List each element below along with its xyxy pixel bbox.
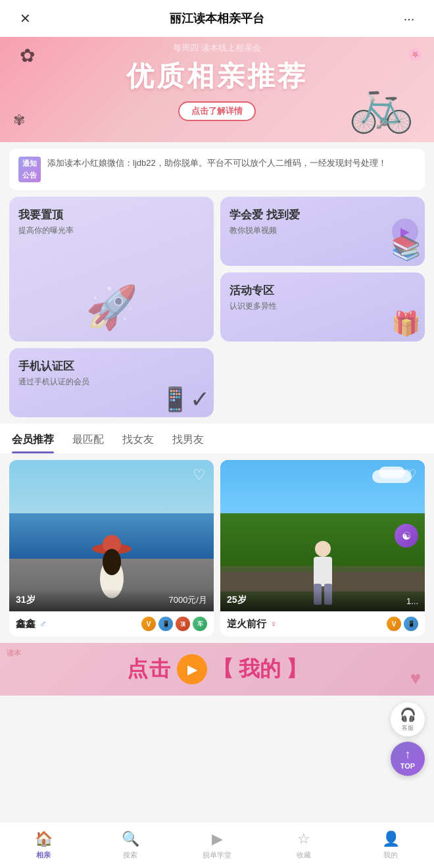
svg-rect-5: [314, 557, 332, 586]
badge-phone-2: 📱: [404, 617, 418, 631]
badge-car: 车: [193, 617, 207, 631]
feature-video-card[interactable]: 学会爱 找到爱 教你脱单视频 ▶ 📚: [220, 197, 425, 266]
member-name-nihuo: 逆火前行: [227, 618, 266, 630]
service-label: 客服: [402, 724, 414, 732]
banner-main: 优质相亲推荐 点击了解详情: [126, 58, 308, 121]
tab-member-recommend[interactable]: 会员推荐: [12, 433, 54, 453]
search-icon: 🔍: [122, 830, 139, 848]
nav-item-search[interactable]: 🔍 搜索: [87, 830, 174, 860]
feature-video-subtitle: 教你脱单视频: [229, 225, 416, 236]
gender-icon-nihuo: ♀: [270, 619, 277, 629]
promo-text: 点击: [127, 655, 172, 684]
feature-activity-card[interactable]: 活动专区 认识更多异性 🎁: [220, 272, 425, 342]
top-label: TOP: [400, 762, 415, 770]
sakura-icon: 🌸: [407, 46, 423, 62]
top-arrow-icon: ↑: [405, 748, 411, 761]
feature-pin-subtitle: 提高你的曝光率: [18, 225, 205, 236]
feature-activity-title: 活动专区: [229, 283, 416, 298]
bottom-promo-banner[interactable]: 读本 点击 ▶ 【 我的 】 ♥: [0, 643, 434, 696]
badge-vip: V: [141, 617, 156, 631]
age-xinxin: 31岁: [16, 594, 36, 606]
header: ✕ 丽江读本相亲平台 ···: [0, 0, 434, 37]
miniapp-icon[interactable]: ☯: [395, 524, 418, 548]
headset-icon: 🎧: [400, 707, 416, 723]
gender-icon-xinxin: ♂: [39, 619, 47, 629]
notice-tag: 通知公告: [18, 157, 41, 182]
nav-item-school[interactable]: ▶ 脱单学堂: [174, 830, 260, 860]
page-title: 丽江读本相亲平台: [37, 11, 397, 26]
tabs-row: 会员推荐 最匹配 找女友 找男友: [0, 424, 434, 453]
nav-label-favorites: 收藏: [297, 850, 311, 860]
salary-nihuo: 1...: [406, 596, 418, 606]
feature-grid: 我要置顶 提高你的曝光率 🚀 学会爱 找到爱 教你脱单视频 ▶ 📚 活动专区 认…: [9, 197, 425, 417]
feature-pin-card[interactable]: 我要置顶 提高你的曝光率 🚀: [9, 197, 214, 342]
banner-subtitle: 每周四 读本线上相亲会: [173, 42, 261, 54]
banner-title: 优质相亲推荐: [126, 58, 308, 95]
feature-verify-card[interactable]: 手机认证区 通过手机认证的会员 📱✓: [9, 348, 214, 417]
nav-item-home[interactable]: 🏠 相亲: [0, 830, 87, 860]
verify-illustration: 📱✓: [160, 386, 210, 413]
badge-top: 顶: [176, 617, 190, 631]
nav-label-school: 脱单学堂: [203, 850, 231, 860]
badge-phone: 📱: [158, 617, 173, 631]
tab-best-match[interactable]: 最匹配: [72, 433, 104, 453]
nav-label-search: 搜索: [123, 850, 137, 860]
nav-item-favorites[interactable]: ☆ 收藏: [260, 830, 347, 860]
like-button-nihuo[interactable]: ♡: [404, 467, 417, 484]
members-grid: ♡ 31岁 7000元/月 鑫鑫 ♂ V 📱 顶 车: [0, 453, 434, 643]
svg-point-4: [315, 541, 331, 557]
nav-label-home: 相亲: [36, 850, 51, 860]
more-icon[interactable]: ···: [397, 11, 421, 26]
age-nihuo: 25岁: [227, 594, 247, 606]
promo-play-icon[interactable]: ▶: [177, 654, 207, 684]
feature-activity-subtitle: 认识更多异性: [229, 301, 416, 312]
banner[interactable]: 每周四 读本线上相亲会 ✿ ✾ 优质相亲推荐 点击了解详情 🚲 🌸: [0, 37, 434, 142]
promo-bracket-open: 【: [212, 655, 233, 684]
activity-illustration: 🎁: [391, 310, 421, 338]
notice-bar: 通知公告 添加读本小红娘微信：ljdb22，助你脱单。平台不可以放个人二维码，一…: [9, 149, 425, 190]
float-service-button[interactable]: 🎧 客服: [391, 702, 425, 736]
bottom-nav: 🏠 相亲 🔍 搜索 ▶ 脱单学堂 ☆ 收藏 👤 我的: [0, 822, 434, 868]
star-icon: ☆: [297, 830, 310, 848]
member-info-nihuo: 逆火前行 ♀ V 📱: [220, 611, 425, 636]
salary-xinxin: 7000元/月: [168, 594, 207, 606]
photo-overlay-xinxin: 31岁 7000元/月: [9, 589, 214, 611]
user-icon: 👤: [382, 830, 400, 848]
flower-icon-2: ✾: [13, 112, 25, 129]
banner-illustration: 🚲: [349, 74, 414, 136]
member-name-xinxin: 鑫鑫: [16, 618, 36, 630]
tab-find-boyfriend[interactable]: 找男友: [172, 433, 204, 453]
banner-cta-button[interactable]: 点击了解详情: [178, 101, 256, 121]
tab-find-girlfriend[interactable]: 找女友: [122, 433, 154, 453]
float-top-button[interactable]: ↑ TOP: [391, 742, 425, 776]
nav-item-profile[interactable]: 👤 我的: [347, 830, 434, 860]
promo-inner-text: 我的: [239, 655, 281, 684]
feature-pin-title: 我要置顶: [18, 207, 205, 222]
home-icon: 🏠: [35, 830, 53, 848]
promo-content: 点击 ▶ 【 我的 】: [127, 654, 307, 684]
flower-icon-1: ✿: [20, 45, 35, 66]
heart-decoration: ♥: [410, 668, 421, 689]
promo-watermark: 读本: [7, 648, 21, 658]
svg-point-3: [103, 549, 121, 575]
member-info-xinxin: 鑫鑫 ♂ V 📱 顶 车: [9, 611, 214, 636]
notice-text: 添加读本小红娘微信：ljdb22，助你脱单。平台不可以放个人二维码，一经发现封号…: [47, 157, 387, 170]
member-card-nihuo[interactable]: ♡ 25岁 1... ☯ 逆火前行 ♀ V 📱: [220, 460, 425, 636]
badge-vip-2: V: [387, 617, 401, 631]
member-card-xinxin[interactable]: ♡ 31岁 7000元/月 鑫鑫 ♂ V 📱 顶 车: [9, 460, 214, 636]
feature-video-title: 学会爱 找到爱: [229, 207, 416, 222]
member-badges-xinxin: V 📱 顶 车: [141, 617, 207, 631]
nav-label-profile: 我的: [383, 850, 398, 860]
video-illustration: 📚: [391, 234, 421, 262]
feature-verify-title: 手机认证区: [18, 359, 205, 374]
play-nav-icon: ▶: [212, 830, 223, 848]
like-button-xinxin[interactable]: ♡: [193, 467, 206, 484]
promo-bracket-close: 】: [286, 655, 307, 684]
rocket-icon: 🚀: [85, 283, 138, 332]
photo-overlay-nihuo: 25岁 1...: [220, 589, 425, 611]
close-icon[interactable]: ✕: [13, 11, 37, 26]
member-badges-nihuo: V 📱: [387, 617, 418, 631]
